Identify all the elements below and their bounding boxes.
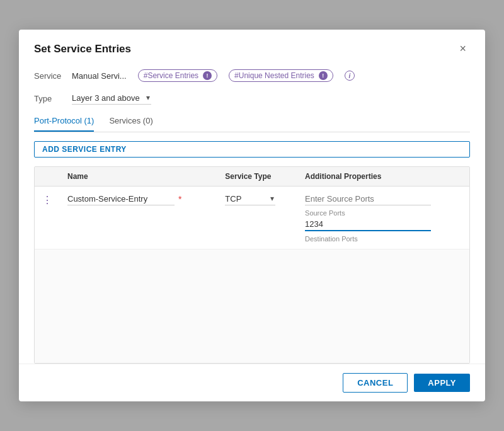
service-type-select-wrap: TCP UDP ICMP [225, 193, 275, 205]
cancel-button[interactable]: CANCEL [343, 373, 408, 393]
tab-services[interactable]: Services (0) [109, 111, 152, 132]
additional-props-container: Source Ports Destination Ports [305, 193, 462, 243]
source-ports-input[interactable] [305, 218, 431, 231]
table-row: ⋮ * TCP [35, 187, 469, 250]
close-button[interactable]: × [455, 41, 470, 57]
info-icon[interactable]: i [345, 71, 355, 81]
required-indicator: * [178, 194, 181, 204]
entries-table: Name Service Type Additional Properties … [35, 167, 469, 363]
type-label: Type [34, 94, 64, 103]
apply-button[interactable]: APPLY [414, 374, 470, 392]
service-value: Manual Servi... [72, 71, 127, 81]
unique-nested-badge[interactable]: #Unique Nested Entries ! [229, 69, 333, 82]
service-type-cell: TCP UDP ICMP [217, 187, 297, 250]
drag-handle-icon[interactable]: ⋮ [42, 195, 52, 205]
type-row: Type Layer 3 and above Layer 2 Layer 4 [34, 88, 470, 111]
source-ports-label: Source Ports [305, 209, 462, 217]
empty-cell [35, 250, 469, 363]
service-type-select[interactable]: TCP UDP ICMP [225, 193, 275, 205]
col-drag [35, 167, 60, 187]
modal-footer: CANCEL APPLY [19, 364, 485, 401]
modal-body: Service Manual Servi... #Service Entries… [19, 64, 485, 364]
empty-row [35, 250, 469, 363]
additional-props-cell: Source Ports Destination Ports [297, 187, 469, 250]
col-additional-props: Additional Properties [297, 167, 469, 187]
name-cell: * [60, 187, 217, 250]
col-service-type: Service Type [217, 167, 297, 187]
source-ports-placeholder-input[interactable] [305, 193, 431, 205]
type-select[interactable]: Layer 3 and above Layer 2 Layer 4 [72, 92, 151, 105]
service-entries-badge[interactable]: #Service Entries ! [138, 69, 217, 82]
modal-dialog: Set Service Entries × Service Manual Ser… [19, 30, 485, 401]
badge2-icon: ! [319, 71, 328, 80]
destination-ports-label: Destination Ports [305, 235, 462, 243]
modal-title: Set Service Entries [34, 43, 131, 55]
modal-overlay: Set Service Entries × Service Manual Ser… [0, 0, 504, 431]
tabs-container: Port-Protocol (1) Services (0) [34, 111, 470, 132]
entry-name-input[interactable] [67, 193, 175, 205]
badge2-text: #Unique Nested Entries [234, 71, 314, 80]
entries-table-wrap: Name Service Type Additional Properties … [34, 166, 470, 364]
badge1-icon: ! [203, 71, 212, 80]
col-name: Name [60, 167, 217, 187]
badge1-text: #Service Entries [144, 71, 198, 80]
add-service-entry-button[interactable]: ADD SERVICE ENTRY [34, 141, 470, 158]
type-select-wrap: Layer 3 and above Layer 2 Layer 4 [72, 92, 151, 105]
tab-port-protocol[interactable]: Port-Protocol (1) [34, 111, 94, 132]
service-label: Service [34, 71, 64, 81]
modal-header: Set Service Entries × [19, 30, 485, 64]
service-row: Service Manual Servi... #Service Entries… [34, 64, 470, 88]
